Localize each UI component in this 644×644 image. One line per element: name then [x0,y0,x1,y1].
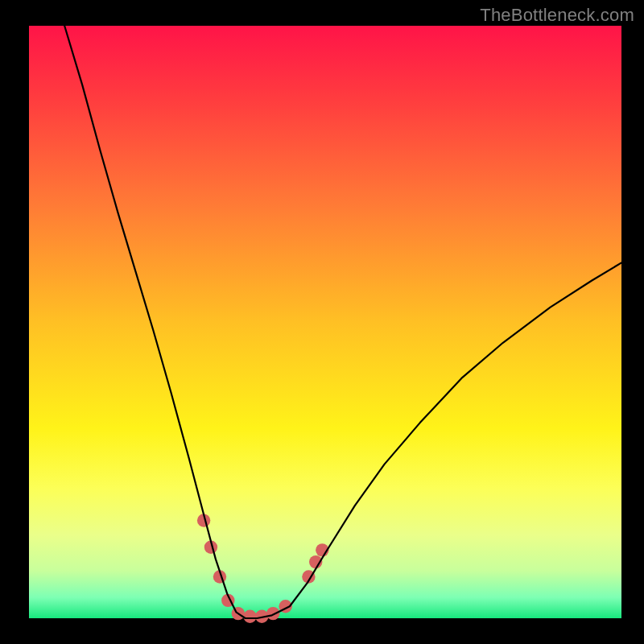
watermark-text: TheBottleneck.com [480,5,634,26]
highlight-dot [266,607,279,620]
plot-background [29,26,621,618]
bottleneck-chart [0,0,644,644]
chart-container: TheBottleneck.com [0,0,644,644]
highlight-dot [243,610,256,623]
